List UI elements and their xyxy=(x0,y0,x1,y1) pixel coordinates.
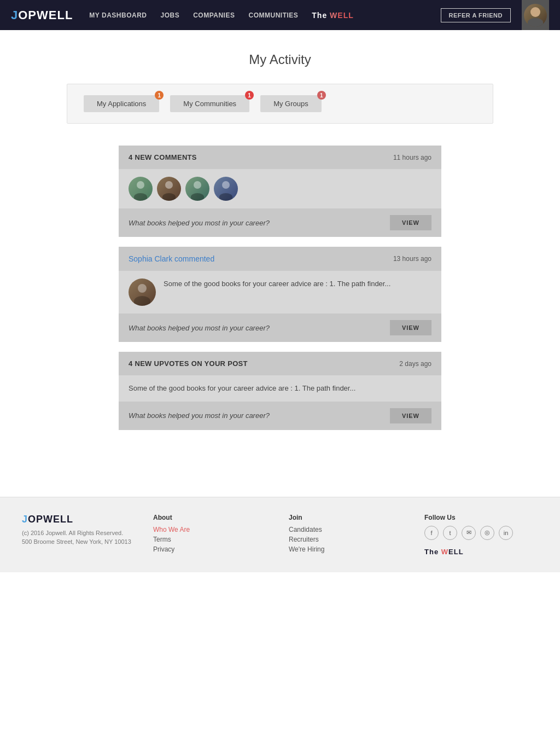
card-time-3: 2 days ago xyxy=(399,360,431,368)
mini-av-head-2 xyxy=(165,181,173,189)
footer-link-who-we-are[interactable]: Who We Are xyxy=(153,526,267,533)
nav-jobs[interactable]: JOBS xyxy=(160,11,179,19)
footer: JOPWELL (c) 2016 Jopwell. All Rights Res… xyxy=(0,497,560,572)
footer-link-candidates[interactable]: Candidates xyxy=(289,526,402,533)
card-header-1: 4 NEW COMMENTS 11 hours ago xyxy=(119,146,441,169)
mini-av-head-3 xyxy=(194,181,201,189)
footer-copy-line2: 500 Broome Street, New York, NY 10013 xyxy=(22,538,131,545)
card-footer-3: What books helped you most in your caree… xyxy=(119,402,441,430)
main-content: My Activity My Applications 1 My Communi… xyxy=(0,30,560,453)
activity-card-upvotes: 4 NEW UPVOTES ON YOUR POST 2 days ago So… xyxy=(119,352,441,430)
card-body-2: Some of the good books for your career a… xyxy=(119,271,441,313)
avatar-head xyxy=(530,7,540,17)
tabs-container: My Applications 1 My Communities 1 My Gr… xyxy=(67,84,493,124)
well-rest: ELL xyxy=(337,11,353,20)
logo-j: J xyxy=(11,8,18,22)
footer-join-col: Join Candidates Recruiters We're Hiring xyxy=(289,514,402,555)
nav-logo[interactable]: JJOPWELLOPWELL xyxy=(11,8,73,22)
avatar-circle xyxy=(524,4,547,27)
logo-text: JJOPWELLOPWELL xyxy=(11,8,73,22)
card-body-1 xyxy=(119,169,441,208)
mini-avatar-inner-2 xyxy=(157,177,181,201)
footer-about-col: About Who We Are Terms Privacy xyxy=(153,514,267,555)
avatar-body xyxy=(528,18,543,27)
footer-follow-title: Follow Us xyxy=(424,514,538,521)
activity-feed: 4 NEW COMMENTS 11 hours ago xyxy=(119,146,441,431)
comment-row: Some of the good books for your career a… xyxy=(129,278,431,306)
footer-well-logo[interactable]: The WELL xyxy=(424,548,538,556)
card-question-1: What books helped you most in your caree… xyxy=(129,219,270,227)
nav-my-dashboard[interactable]: MY DASHBOARD xyxy=(89,11,147,19)
footer-link-terms[interactable]: Terms xyxy=(153,536,267,543)
social-icon-email[interactable]: ✉ xyxy=(462,526,476,540)
mini-av-head-4 xyxy=(222,181,230,189)
card-question-3: What books helped you most in your caree… xyxy=(129,411,270,420)
commenter-avatar-4 xyxy=(214,177,238,201)
footer-logo-j: J xyxy=(22,514,28,525)
nav-well-link[interactable]: The WELL xyxy=(312,11,353,20)
tab-applications-label: My Applications xyxy=(97,100,146,108)
card-header-3: 4 NEW UPVOTES ON YOUR POST 2 days ago xyxy=(119,352,441,375)
upvote-text: Some of the good books for your career a… xyxy=(129,383,431,394)
footer-link-privacy[interactable]: Privacy xyxy=(153,545,267,553)
sophia-avatar-inner xyxy=(129,278,156,306)
footer-link-were-hiring[interactable]: We're Hiring xyxy=(289,545,402,553)
avatar-person xyxy=(524,4,547,27)
tab-communities-label: My Communities xyxy=(183,100,236,108)
comment-text: Some of the good books for your career a… xyxy=(164,278,390,289)
navbar: JJOPWELLOPWELL MY DASHBOARD JOBS COMPANI… xyxy=(0,0,560,30)
card-question-2: What books helped you most in your caree… xyxy=(129,324,270,332)
card-time-2: 13 hours ago xyxy=(393,255,431,263)
nav-communities[interactable]: COMMUNITIES xyxy=(248,11,298,19)
footer-follow-col: Follow Us f t ✉ ◎ in The WELL xyxy=(424,514,538,556)
card-title-1: 4 NEW COMMENTS xyxy=(129,153,197,161)
tab-my-applications[interactable]: My Applications 1 xyxy=(84,95,159,112)
footer-logo[interactable]: JOPWELL xyxy=(22,514,131,525)
view-button-3[interactable]: VIEW xyxy=(390,408,431,423)
card-title-3: 4 NEW UPVOTES ON YOUR POST xyxy=(129,359,248,368)
refer-friend-button[interactable]: REFER A FRIEND xyxy=(441,8,511,22)
sophia-avatar-head xyxy=(138,284,147,293)
card-time-1: 11 hours ago xyxy=(393,154,431,161)
mini-av-body-1 xyxy=(134,193,147,201)
footer-copy-line1: (c) 2016 Jopwell. All Rights Reserved. xyxy=(22,530,123,536)
mini-avatar-inner-1 xyxy=(129,177,153,201)
sophia-avatar xyxy=(129,278,156,306)
footer-well-w: W xyxy=(441,548,448,556)
footer-inner: JOPWELL (c) 2016 Jopwell. All Rights Res… xyxy=(22,514,538,556)
card-footer-1: What books helped you most in your caree… xyxy=(119,208,441,237)
social-icon-facebook[interactable]: f xyxy=(424,526,439,540)
tab-applications-badge: 1 xyxy=(155,91,164,100)
activity-card-sophia-comment: Sophia Clark commented 13 hours ago Some… xyxy=(119,247,441,342)
tab-groups-badge: 1 xyxy=(317,91,326,100)
view-button-1[interactable]: VIEW xyxy=(390,215,431,230)
footer-social-icons: f t ✉ ◎ in xyxy=(424,526,538,540)
activity-card-new-comments: 4 NEW COMMENTS 11 hours ago xyxy=(119,146,441,237)
well-colored: W xyxy=(330,11,337,20)
mini-av-body-3 xyxy=(191,193,204,201)
card-body-3: Some of the good books for your career a… xyxy=(119,375,441,402)
social-icon-instagram[interactable]: ◎ xyxy=(480,526,494,540)
view-button-2[interactable]: VIEW xyxy=(390,320,431,335)
mini-avatar-inner-3 xyxy=(185,177,209,201)
mini-av-body-2 xyxy=(162,193,176,201)
footer-link-recruiters[interactable]: Recruiters xyxy=(289,536,402,543)
footer-join-title: Join xyxy=(289,514,402,521)
tab-my-communities[interactable]: My Communities 1 xyxy=(170,95,249,112)
card-commenter-name: Sophia Clark commented xyxy=(129,254,214,263)
footer-copyright: (c) 2016 Jopwell. All Rights Reserved. 5… xyxy=(22,529,131,547)
commenter-avatar-2 xyxy=(157,177,181,201)
commenter-avatar-1 xyxy=(129,177,153,201)
sophia-avatar-body xyxy=(134,296,150,306)
mini-avatar-inner-4 xyxy=(214,177,238,201)
page-title: My Activity xyxy=(11,52,549,67)
tab-communities-badge: 1 xyxy=(245,91,254,100)
commenter-avatar-3 xyxy=(185,177,209,201)
social-icon-linkedin[interactable]: in xyxy=(499,526,513,540)
tab-groups-label: My Groups xyxy=(273,100,308,108)
social-icon-twitter[interactable]: t xyxy=(443,526,457,540)
tab-my-groups[interactable]: My Groups 1 xyxy=(260,95,322,112)
nav-companies[interactable]: COMPANIES xyxy=(193,11,235,19)
mini-av-head-1 xyxy=(137,181,144,189)
user-avatar-nav[interactable] xyxy=(522,0,549,30)
